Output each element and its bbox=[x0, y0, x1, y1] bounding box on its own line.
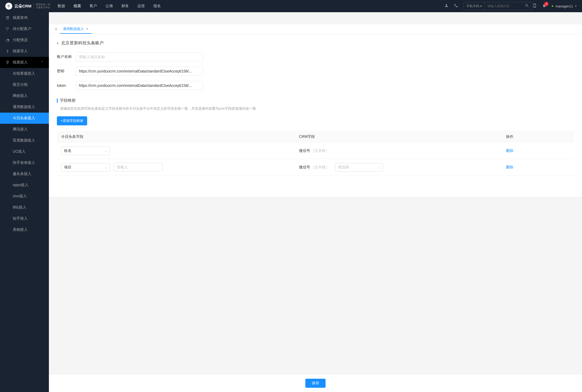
chevron-down-icon: ⌄ bbox=[104, 149, 107, 153]
sidebar-sub-tencent[interactable]: 腾讯接入 bbox=[0, 124, 49, 135]
sidebar-sub-kuaishou[interactable]: 快手表单接入 bbox=[0, 157, 49, 168]
breadcrumb: ‹ 北京昱新科技头条账户 bbox=[57, 40, 574, 46]
user-name: manager11 bbox=[555, 4, 573, 8]
sidebar-sub-zhihu[interactable]: 知乎接入 bbox=[0, 213, 49, 224]
form-row-name: 账户名称 bbox=[57, 52, 574, 61]
user-menu[interactable]: manager11 ▾ bbox=[552, 4, 577, 8]
chevron-down-icon: ▾ bbox=[480, 4, 482, 8]
mapping-table: 今日头条字段 CRM字段 操作 姓名 ⌄ 微信号（文本框） bbox=[57, 131, 574, 176]
section-description: 请确保您在此填写的头条自定义字段名称与在今日头条平台中自定义的字段名称一致，并且… bbox=[57, 106, 574, 111]
crm-field-value: 微信号 bbox=[299, 148, 310, 153]
sidebar: ☰线索查询 ▽待分配客户 ◔分配情况 ⇪线索导入 ⚲线索接入⌃ 在线客服接入 留… bbox=[0, 12, 49, 392]
crm-field-type: （文本框） bbox=[311, 148, 329, 153]
field-select[interactable]: 姓名 ⌄ bbox=[61, 147, 110, 155]
search-input[interactable] bbox=[484, 2, 522, 10]
token-label: token bbox=[57, 83, 75, 88]
chevron-down-icon: ▾ bbox=[575, 5, 577, 8]
save-button[interactable]: 保存 bbox=[305, 379, 326, 388]
logo-area: C 云朵CRM 教育机构一站 式服务云平台 bbox=[5, 3, 50, 10]
tabs-toggle-icon[interactable]: ≡ bbox=[52, 27, 60, 32]
th-crm-field: CRM字段 bbox=[295, 131, 501, 143]
form-row-token: token bbox=[57, 81, 574, 90]
notification-badge: 5 bbox=[544, 2, 549, 6]
bell-icon[interactable]: 5 bbox=[542, 3, 546, 9]
table-row: 姓名 ⌄ 微信号（文本框） 删除 bbox=[57, 143, 574, 159]
nav-data[interactable]: 数据 bbox=[58, 4, 65, 8]
import-icon: ⇪ bbox=[5, 49, 10, 54]
plug-icon: ⚲ bbox=[5, 60, 10, 65]
sidebar-sub-qutoutiao[interactable]: 趣头条接入 bbox=[0, 168, 49, 180]
delete-button[interactable]: 删除 bbox=[506, 165, 513, 169]
logo-text: 云朵CRM bbox=[14, 4, 31, 9]
sidebar-sub-message[interactable]: 留言分组 bbox=[0, 79, 49, 90]
list-icon: ☰ bbox=[5, 15, 10, 20]
logo-subtitle: 教育机构一站 式服务云平台 bbox=[33, 3, 50, 9]
sidebar-sub-school[interactable]: 网校接入 bbox=[0, 90, 49, 101]
sidebar-sub-toutiao[interactable]: 今日头条接入 bbox=[0, 113, 49, 124]
search-area: 手机号码 ▾ bbox=[463, 2, 533, 10]
field-select[interactable]: 项目 ⌄ bbox=[61, 163, 110, 172]
sidebar-item-allocation[interactable]: ◔分配情况 bbox=[0, 35, 49, 46]
section-bar-icon bbox=[57, 99, 58, 103]
th-action: 操作 bbox=[502, 131, 574, 143]
content-panel: ‹ 北京昱新科技头条账户 账户名称 密钥 token 字段映射 请确保您在此填写… bbox=[49, 34, 582, 197]
sidebar-sub-oppo[interactable]: oppo接入 bbox=[0, 180, 49, 191]
key-label: 密钥 bbox=[57, 69, 75, 74]
header-right: 5 manager11 ▾ bbox=[533, 3, 577, 9]
nav-menu: 数据 线索 客户 公海 财务 运营 报名 bbox=[58, 4, 439, 8]
nav-finance[interactable]: 财务 bbox=[121, 4, 129, 8]
chevron-up-icon: ⌃ bbox=[41, 61, 44, 64]
back-icon[interactable]: ‹ bbox=[57, 40, 58, 46]
footer-bar: 保存 bbox=[49, 374, 582, 392]
top-header: C 云朵CRM 教育机构一站 式服务云平台 数据 线索 客户 公海 财务 运营 … bbox=[0, 0, 582, 12]
sidebar-sub-online[interactable]: 在线客服接入 bbox=[0, 68, 49, 79]
chevron-down-icon: ⌄ bbox=[104, 165, 107, 169]
sidebar-sub-meiyou[interactable]: 美柚接入 bbox=[0, 224, 49, 235]
sidebar-item-import[interactable]: ⇪线索导入 bbox=[0, 46, 49, 57]
search-button[interactable] bbox=[522, 3, 532, 9]
crm-field-value: 微信号 bbox=[299, 165, 310, 169]
tab-generic-data[interactable]: 通用数据接入 ✕ bbox=[60, 24, 92, 34]
tabs-bar: ≡ 通用数据接入 ✕ bbox=[49, 24, 582, 34]
sidebar-sub-bilibili[interactable]: B站接入 bbox=[0, 202, 49, 213]
th-toutiao-field: 今日头条字段 bbox=[57, 131, 295, 143]
sidebar-item-query[interactable]: ☰线索查询 bbox=[0, 12, 49, 23]
filter-icon: ▽ bbox=[5, 27, 10, 31]
nav-customer[interactable]: 客户 bbox=[90, 4, 97, 8]
status-dot-icon bbox=[552, 5, 553, 7]
main-area: ≡ 通用数据接入 ✕ ‹ 北京昱新科技头条账户 账户名称 密钥 token 字段… bbox=[49, 24, 582, 392]
sidebar-sub-uc[interactable]: UC接入 bbox=[0, 146, 49, 157]
nav-clue[interactable]: 线索 bbox=[74, 4, 81, 8]
nav-operation[interactable]: 运营 bbox=[137, 4, 145, 8]
sidebar-sub-baidu[interactable]: 百度数据接入 bbox=[0, 135, 49, 146]
page-title: 北京昱新科技头条账户 bbox=[61, 40, 104, 46]
search-type-select[interactable]: 手机号码 ▾ bbox=[464, 4, 484, 8]
pie-icon: ◔ bbox=[5, 38, 10, 42]
sidebar-sub-vivo[interactable]: vivo接入 bbox=[0, 191, 49, 202]
crm-field-type: （文本框） bbox=[311, 165, 329, 169]
add-mapping-button[interactable]: +添加字段映射 bbox=[57, 116, 87, 125]
close-icon[interactable]: ✕ bbox=[86, 27, 88, 31]
section-title: 字段映射 bbox=[60, 98, 76, 103]
sidebar-sub-generic[interactable]: 通用数据接入 bbox=[0, 101, 49, 113]
form-row-key: 密钥 bbox=[57, 67, 574, 76]
field-input[interactable] bbox=[114, 163, 163, 171]
person-icon[interactable] bbox=[444, 3, 449, 9]
phone-icon[interactable] bbox=[454, 3, 458, 9]
token-input[interactable] bbox=[75, 81, 203, 90]
name-label: 账户名称 bbox=[57, 54, 75, 59]
key-input[interactable] bbox=[75, 67, 203, 76]
nav-enroll[interactable]: 报名 bbox=[153, 4, 161, 8]
name-input[interactable] bbox=[75, 52, 203, 61]
section-header: 字段映射 bbox=[57, 98, 574, 103]
delete-button[interactable]: 删除 bbox=[506, 148, 513, 153]
logo-icon: C bbox=[5, 3, 12, 10]
mobile-icon[interactable] bbox=[533, 3, 537, 9]
chevron-down-icon: ⌄ bbox=[377, 165, 380, 169]
crm-select[interactable]: 请选择 ⌄ bbox=[335, 163, 383, 172]
sidebar-item-access[interactable]: ⚲线索接入⌃ bbox=[0, 57, 49, 68]
sidebar-item-pending[interactable]: ▽待分配客户 bbox=[0, 23, 49, 35]
nav-public[interactable]: 公海 bbox=[106, 4, 113, 8]
header-icons-left bbox=[444, 3, 458, 9]
table-row: 项目 ⌄ 微信号（文本框） 请选择 ⌄ 删除 bbox=[57, 159, 574, 176]
